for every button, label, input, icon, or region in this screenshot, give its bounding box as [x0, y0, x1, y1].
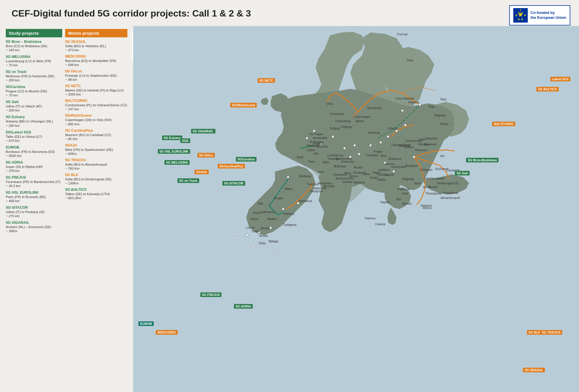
map-label-5g-baltics: 5G BALTICS — [536, 87, 559, 91]
svg-text:Esbjerg: Esbjerg — [330, 127, 340, 130]
study-project-detail: Bordeaux (FR) to Barcelona (ES) — [6, 149, 62, 154]
svg-text:Tartu: Tartu — [440, 98, 446, 101]
svg-text:Kalotina-zapade: Kalotina-zapade — [424, 177, 445, 180]
svg-point-22 — [393, 170, 395, 173]
svg-text:★: ★ — [515, 14, 517, 17]
svg-text:Vlore: Vlore — [402, 192, 409, 195]
svg-text:Promahona: Promahona — [443, 191, 458, 195]
svg-text:Turku Naantali: Turku Naantali — [395, 97, 414, 100]
map-label-5g-brno-bratislava: 5G Brno-Bratislava — [466, 158, 499, 162]
svg-point-26 — [287, 176, 289, 178]
study-project-name: 5GCarolina — [6, 85, 62, 89]
works-project-km: ~ 3354 km — [65, 93, 127, 96]
map-label-5g-frejus: 5G FREJUS — [200, 292, 221, 297]
works-item: 5G DeLux Frisange (LU) to Saarbrucken (D… — [65, 69, 127, 81]
svg-text:Burgos: Burgos — [274, 197, 283, 200]
svg-text:Copenhagen: Copenhagen — [354, 115, 371, 118]
svg-text:Toulouse: Toulouse — [307, 183, 318, 186]
svg-point-13 — [343, 147, 346, 149]
works-project-detail: Sofia (BU) to Dimitrovgrad (SE) — [65, 177, 127, 182]
svg-text:Amsterdam: Amsterdam — [313, 136, 327, 140]
map-label-5g-seagul: 5G SEAGUL — [523, 368, 545, 372]
study-header: Study projects — [6, 29, 62, 37]
svg-point-31 — [246, 234, 249, 236]
svg-text:★: ★ — [523, 14, 526, 17]
svg-text:Greca: Greca — [423, 186, 431, 189]
svg-text:Bratislava: Bratislava — [389, 157, 401, 160]
svg-point-8 — [353, 144, 356, 146]
map-label-latest-5gs: Latest 5GS — [550, 77, 570, 81]
map-label-5g-netc: 5G NETC — [258, 78, 275, 83]
works-project-name: 5G BALTICS — [65, 188, 127, 192]
svg-text:Barcelona: Barcelona — [299, 199, 312, 203]
works-projects-panel: Works projects 5G SEAGUL Sofia (BG) to V… — [65, 29, 127, 202]
works-project-detail: Czestochowa (PL) to Ostrava/Svinov (CZ) — [65, 103, 127, 107]
study-project-km: ~ 260 km — [6, 124, 62, 127]
svg-text:Brno: Brno — [381, 154, 387, 157]
svg-point-21 — [413, 156, 415, 158]
svg-text:Krakow: Krakow — [404, 146, 414, 149]
svg-text:Bilbao: Bilbao — [285, 187, 293, 190]
svg-text:Paris: Paris — [308, 160, 315, 163]
map-container: Tromsø Oulu Helsinki Turku Naantali Stoc… — [133, 26, 579, 392]
study-project-km: ~ 9500 km — [6, 154, 62, 157]
map-label-medcor5g: MEDCOR5G — [156, 330, 178, 335]
svg-text:Udine: Udine — [363, 173, 371, 176]
svg-text:Vlissingen: Vlissingen — [306, 144, 320, 147]
study-project-name: 5G FREJUS — [6, 175, 62, 179]
works-item: 5G4RailsScand Copenhagen (DA) to Oslo (N… — [65, 113, 127, 126]
works-project-km: ~ 98 km — [65, 78, 127, 81]
study-project-detail: Udine (IT) to Villach (AT) — [6, 104, 62, 109]
svg-text:Dimitrovgrad SE: Dimitrovgrad SE — [437, 182, 458, 185]
works-project-name: 5G CarolinaPlus — [65, 129, 127, 133]
works-project-name: 5G DeLux — [65, 69, 127, 73]
works-header: Works projects — [65, 29, 127, 37]
works-project-km: ~ 147 km — [65, 107, 127, 111]
svg-text:Timisoara: Timisoara — [420, 168, 433, 171]
svg-text:Budapest: Budapest — [405, 164, 417, 167]
study-item: 5GCarolina Prague (CZ) to Munich (DE) ~ … — [6, 85, 62, 97]
study-item: 5G Brno – Bratislava Brno (CZ) to Bratis… — [6, 40, 62, 52]
study-item: 5G-SITACOR Udine (IT) to Postojna (SI) ~… — [6, 206, 62, 218]
study-project-km: ~ 26.5 km — [6, 184, 62, 188]
study-project-km: ~ 140 km — [6, 48, 62, 52]
study-project-name: 5G Brno – Bratislava — [6, 40, 62, 44]
map-label-5g-tracks: 5G TRACKS — [540, 330, 562, 335]
svg-text:Svinesund: Svinesund — [330, 112, 344, 116]
svg-text:Rzeszow: Rzeszow — [415, 149, 427, 152]
works-project-km: ~ 60Km — [65, 152, 127, 155]
study-project-km: ~ 70 km — [6, 94, 62, 97]
svg-text:Marseille: Marseille — [323, 185, 335, 188]
svg-text:Oslo: Oslo — [327, 102, 333, 105]
svg-text:Karlsruhe: Karlsruhe — [342, 160, 354, 163]
svg-text:Porto: Porto — [253, 211, 260, 215]
study-project-detail: Fourneaux (FR) to Bardonecchia (IT) — [6, 179, 62, 184]
study-project-detail: Antwerp (BE) to Vlissingen (NL) — [6, 119, 62, 124]
svg-text:Gothenburg: Gothenburg — [335, 120, 351, 123]
svg-text:Palermo: Palermo — [365, 217, 376, 220]
study-project-name: 5G ADRIA — [6, 160, 62, 164]
study-project-km: ~ 468 km — [6, 199, 62, 203]
svg-text:Lubin: Lubin — [418, 138, 425, 141]
svg-text:Cartagena: Cartagena — [283, 223, 296, 226]
works-project-detail: Sofia (BU) to Alexandroupoli — [65, 162, 127, 167]
svg-text:Catania: Catania — [375, 223, 385, 226]
svg-point-28 — [282, 208, 284, 210]
study-project-km: ~ 70 km — [6, 63, 62, 67]
study-project-detail: Brno (CZ) to Bratislava (SK) — [6, 44, 62, 48]
svg-text:Brawinek: Brawinek — [424, 143, 437, 146]
svg-text:Genova: Genova — [342, 180, 352, 184]
svg-text:Velestino: Velestino — [420, 204, 432, 207]
svg-text:Bologna: Bologna — [354, 181, 364, 184]
svg-text:Madrid: Madrid — [267, 217, 276, 221]
works-item: 5G BLK Sofia (BU) to Dimitrovgrad (SE) ~… — [65, 173, 127, 185]
svg-text:Salamanca: Salamanca — [261, 210, 275, 214]
svg-point-19 — [395, 130, 398, 132]
works-item: 5G BALTICS Tallinn (EE) to Kalvarija (LI… — [65, 188, 127, 200]
svg-text:Aveiro: Aveiro — [250, 217, 259, 221]
svg-text:Iasi: Iasi — [440, 154, 445, 157]
study-project-name: 5G-SITACOR — [6, 206, 62, 210]
eu-flag-icon: ★ ★ ★ ★ ★ ★ ★ — [513, 8, 528, 23]
svg-text:Hamburg: Hamburg — [368, 131, 380, 134]
study-project-detail: Prague (CZ) to Munich (DE) — [6, 89, 62, 94]
